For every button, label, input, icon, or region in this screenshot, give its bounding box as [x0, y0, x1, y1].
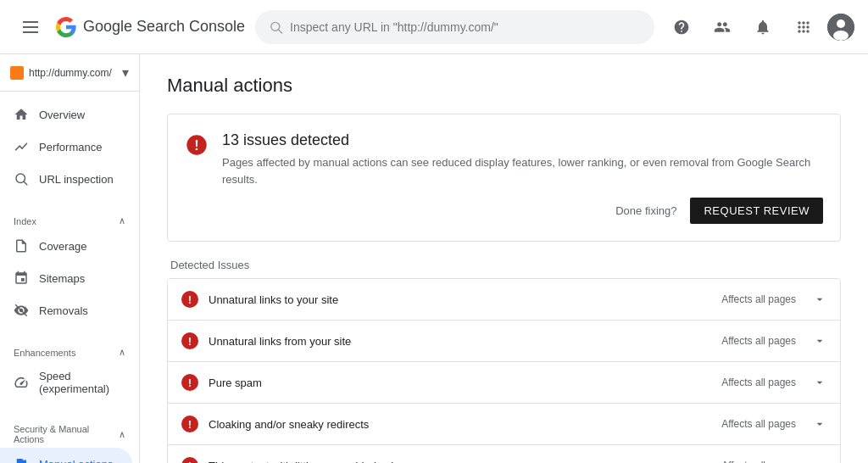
topbar-actions [665, 10, 854, 44]
alert-box: ! 13 issues detected Pages affected by m… [167, 114, 841, 242]
svg-line-2 [279, 30, 282, 33]
svg-point-4 [837, 20, 845, 28]
search-icon [269, 20, 283, 35]
issue-name: Pure spam [209, 377, 711, 389]
bell-button[interactable] [746, 10, 780, 44]
detected-issues-label: Detected Issues [167, 259, 841, 271]
main-content: Manual actions ! 13 issues detected Page… [140, 54, 868, 463]
issue-chevron-icon [813, 459, 826, 463]
index-section-label: Index [14, 216, 36, 226]
app-logo[interactable]: Google Search Console [54, 15, 245, 39]
avatar[interactable] [827, 14, 854, 41]
request-review-button[interactable]: REQUEST REVIEW [690, 198, 823, 224]
sidebar-item-url-inspection[interactable]: URL inspection [0, 163, 132, 195]
alert-description: Pages affected by manual actions can see… [222, 154, 823, 187]
app-title: Google Search Console [83, 18, 245, 36]
issue-chevron-icon [813, 334, 826, 348]
sidebar-item-performance-label: Performance [39, 141, 102, 153]
issue-scope: Affects all pages [721, 418, 796, 430]
issue-error-icon: ! [181, 416, 198, 432]
sidebar-item-speed-label: Speed (experimental) [39, 370, 119, 395]
sidebar: http://dummy.com/ ▾ Overview Performance [0, 54, 140, 463]
doc-icon [14, 238, 29, 254]
issue-scope: Affects all pages [721, 335, 796, 347]
sidebar-item-sitemaps[interactable]: Sitemaps [0, 262, 132, 294]
svg-point-5 [833, 31, 849, 41]
hamburger-icon [16, 14, 45, 40]
help-icon [673, 19, 690, 36]
issue-row[interactable]: ! Cloaking and/or sneaky redirects Affec… [168, 404, 840, 445]
layout: http://dummy.com/ ▾ Overview Performance [0, 54, 868, 463]
help-button[interactable] [665, 10, 698, 44]
issue-error-icon: ! [181, 332, 198, 349]
issue-error-icon: ! [181, 374, 198, 391]
alert-error-icon: ! [185, 133, 209, 157]
enhancements-section-label: Enhancements [14, 348, 75, 358]
topbar-left: Google Search Console [14, 10, 245, 44]
site-chevron-icon: ▾ [122, 64, 129, 81]
issue-scope: Affects all pages [721, 460, 796, 463]
search-bar[interactable] [255, 10, 654, 44]
alert-content: 13 issues detected Pages affected by man… [222, 131, 823, 224]
issue-name: Unnatural links to your site [209, 293, 711, 306]
site-selector[interactable]: http://dummy.com/ ▾ [0, 54, 139, 92]
topbar: Google Search Console [0, 0, 868, 54]
people-button[interactable] [705, 10, 739, 44]
sidebar-item-performance[interactable]: Performance [0, 131, 132, 163]
issue-chevron-icon [813, 376, 826, 389]
security-section: Security & Manual Actions ∧ Manual actio… [0, 410, 139, 463]
index-section-header: Index ∧ [0, 209, 139, 230]
site-url: http://dummy.com/ [29, 67, 117, 79]
issue-name: Unnatural links from your site [209, 335, 711, 348]
search-input[interactable] [290, 20, 641, 34]
issue-row[interactable]: ! Unnatural links from your site Affects… [168, 321, 840, 362]
issue-row[interactable]: ! Unnatural links to your site Affects a… [168, 279, 840, 321]
sidebar-item-url-label: URL inspection [39, 173, 114, 186]
enhancements-section-header: Enhancements ∧ [0, 340, 139, 361]
enhancements-collapse-icon: ∧ [119, 347, 125, 358]
issue-row[interactable]: ! Pure spam Affects all pages [168, 362, 840, 404]
issue-error-icon: ! [181, 457, 198, 463]
sidebar-item-speed[interactable]: Speed (experimental) [0, 361, 132, 404]
google-logo-icon [54, 15, 78, 39]
nav-main-section: Overview Performance URL inspection [0, 92, 139, 202]
sidebar-item-sitemaps-label: Sitemaps [39, 272, 85, 285]
issues-list: ! Unnatural links to your site Affects a… [167, 278, 841, 463]
sidebar-item-manual-label: Manual actions [39, 458, 113, 464]
security-section-header: Security & Manual Actions ∧ [0, 417, 139, 448]
issue-chevron-icon [813, 293, 826, 306]
hamburger-button[interactable] [14, 10, 47, 44]
people-icon [714, 19, 731, 36]
alert-title: 13 issues detected [222, 131, 823, 149]
sidebar-item-overview[interactable]: Overview [0, 98, 132, 131]
enhancements-section: Enhancements ∧ Speed (experimental) [0, 333, 139, 410]
avatar-icon [827, 14, 854, 41]
sidebar-item-coverage[interactable]: Coverage [0, 230, 132, 262]
page-title: Manual actions [167, 75, 841, 97]
alert-actions: Done fixing? REQUEST REVIEW [222, 198, 823, 224]
issue-name: Thin content with little or no added val… [209, 460, 711, 464]
index-collapse-icon: ∧ [119, 215, 125, 226]
done-fixing-label: Done fixing? [615, 204, 676, 217]
chart-icon [14, 139, 29, 154]
removals-icon [14, 303, 29, 318]
svg-line-7 [24, 181, 27, 185]
issue-row[interactable]: ! Thin content with little or no added v… [168, 445, 840, 463]
bell-icon [754, 19, 771, 36]
url-search-icon [14, 171, 29, 187]
issue-scope: Affects all pages [721, 293, 796, 305]
svg-text:!: ! [194, 137, 198, 153]
index-section: Index ∧ Coverage Sitemaps Removals [0, 202, 139, 333]
site-icon [10, 66, 24, 80]
grid-button[interactable] [787, 10, 821, 44]
sitemap-icon [14, 271, 29, 286]
issue-scope: Affects all pages [721, 377, 796, 388]
speed-icon [14, 375, 29, 390]
issue-error-icon: ! [181, 291, 198, 308]
security-collapse-icon: ∧ [119, 429, 125, 440]
issue-name: Cloaking and/or sneaky redirects [209, 418, 711, 431]
grid-icon [795, 19, 812, 36]
home-icon [14, 107, 29, 122]
sidebar-item-manual-actions[interactable]: Manual actions [0, 448, 132, 463]
sidebar-item-removals[interactable]: Removals [0, 294, 132, 326]
